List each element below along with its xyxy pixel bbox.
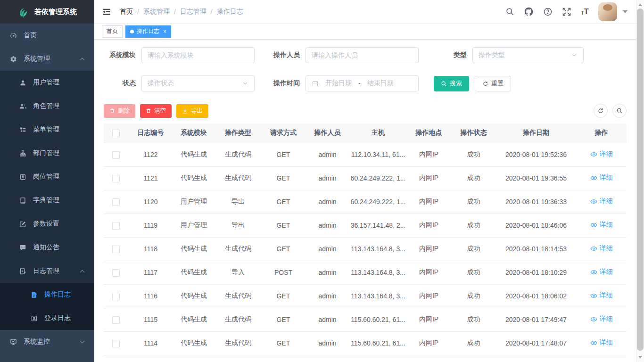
sidebar-item-system-monitor[interactable]: 系统监控 <box>0 330 94 354</box>
table-row: 1116 代码生成 生成代码 GET admin 113.143.164.8, … <box>104 284 627 308</box>
operation-log-icon <box>30 291 38 298</box>
row-checkbox[interactable] <box>112 246 120 253</box>
type-label: 类型 <box>450 51 467 59</box>
eye-icon <box>590 198 597 205</box>
sidebar-item-login-log[interactable]: 登录日志 <box>0 306 94 330</box>
date-range-picker[interactable]: 开始日期 - 结束日期 <box>305 75 419 91</box>
sidebar-item-operation-log[interactable]: 操作日志 <box>0 283 94 306</box>
row-checkbox[interactable] <box>112 316 120 324</box>
app-window: 若依管理系统 首页 系统管理 用户管理 <box>0 0 644 362</box>
sidebar-item-dict-mgmt[interactable]: 字典管理 <box>0 189 94 212</box>
search-button[interactable]: 搜索 <box>434 76 469 91</box>
eye-icon <box>590 245 597 252</box>
sidebar-item-home[interactable]: 首页 <box>0 24 94 47</box>
row-checkbox[interactable] <box>112 175 120 182</box>
app-logo: 若依管理系统 <box>0 0 94 24</box>
refresh-table-button[interactable] <box>594 104 608 118</box>
sidebar-item-log-mgmt[interactable]: 日志管理 <box>0 259 94 283</box>
type-select[interactable]: 操作类型 <box>472 47 584 63</box>
detail-link[interactable]: 详细 <box>590 338 613 347</box>
org-tree-icon <box>19 149 26 157</box>
export-button[interactable]: 导出 <box>176 104 208 118</box>
operator-label: 操作人员 <box>270 51 300 59</box>
github-icon[interactable] <box>524 7 534 16</box>
row-checkbox[interactable] <box>112 151 120 159</box>
table-header: 日志编号 系统模块 操作类型 请求方式 操作人员 主机 操作地点 操作状态 操作… <box>104 123 627 143</box>
toggle-search-button[interactable] <box>612 104 627 118</box>
status-select[interactable]: 操作状态 <box>141 75 255 91</box>
main-area: 首页 / 系统管理 / 日志管理 / 操作日志 <box>94 0 636 362</box>
col-module: 系统模块 <box>173 123 215 143</box>
operator-input[interactable] <box>305 47 419 63</box>
sidebar-toggle-icon[interactable] <box>102 7 111 16</box>
select-all-checkbox[interactable] <box>112 130 120 137</box>
sidebar-item-menu-mgmt[interactable]: 菜单管理 <box>0 118 94 141</box>
sidebar-item-dept-mgmt[interactable]: 部门管理 <box>0 141 94 165</box>
row-checkbox[interactable] <box>112 340 120 347</box>
app-title: 若依管理系统 <box>34 8 77 16</box>
font-size-icon[interactable]: TT <box>581 8 589 16</box>
table-row: 1120 用户管理 导出 GET admin 60.24.249.222, 1.… <box>104 190 627 214</box>
cell-method: POST <box>262 261 305 284</box>
refresh-icon <box>482 81 488 87</box>
table-row: 1115 代码生成 生成代码 GET admin 115.60.60.21, 6… <box>104 308 627 331</box>
page-scrollbar[interactable] <box>636 0 644 362</box>
col-host: 主机 <box>350 123 406 143</box>
sidebar-item-param-settings[interactable]: 参数设置 <box>0 212 94 236</box>
detail-link[interactable]: 详细 <box>590 173 613 182</box>
detail-link[interactable]: 详细 <box>590 150 613 158</box>
col-location: 操作地点 <box>406 123 451 143</box>
search-icon[interactable] <box>505 7 514 16</box>
caret-down-icon[interactable] <box>623 10 627 13</box>
scroll-up-icon[interactable] <box>638 3 642 6</box>
detail-link[interactable]: 详细 <box>590 197 613 206</box>
tab-close-icon[interactable]: × <box>163 28 166 35</box>
breadcrumb-operation-log: 操作日志 <box>217 8 243 16</box>
row-checkbox[interactable] <box>112 198 120 206</box>
cell-status: 成功 <box>451 214 496 237</box>
cell-status: 成功 <box>451 143 496 166</box>
help-icon[interactable] <box>543 7 553 16</box>
calendar-icon <box>312 80 319 87</box>
breadcrumb-home[interactable]: 首页 <box>120 8 133 16</box>
scroll-down-icon[interactable] <box>638 356 642 359</box>
sidebar-item-notice[interactable]: 通知公告 <box>0 236 94 259</box>
row-checkbox[interactable] <box>112 269 120 277</box>
chevron-icon <box>80 58 85 62</box>
tab-home[interactable]: 首页 <box>102 25 123 38</box>
tab-operation-log[interactable]: 操作日志 × <box>125 25 171 38</box>
sidebar-item-post-mgmt[interactable]: 岗位管理 <box>0 165 94 189</box>
sidebar-item-system-mgmt[interactable]: 系统管理 <box>0 47 94 71</box>
cell-status: 成功 <box>451 308 496 331</box>
module-input[interactable] <box>141 47 255 63</box>
detail-link[interactable]: 详细 <box>590 291 613 300</box>
download-icon <box>182 108 188 114</box>
cell-date: 2020-08-01 18:06:02 <box>496 284 576 308</box>
filter-row-2: 状态 操作状态 操作时间 开始日期 - 结束日期 <box>104 75 627 91</box>
leaf-logo-icon <box>17 6 30 18</box>
reset-button[interactable]: 重置 <box>475 76 511 91</box>
gear-icon <box>9 55 17 63</box>
chevron-icon <box>80 338 85 343</box>
cell-type: 生成代码 <box>215 308 262 331</box>
delete-button[interactable]: 删除 <box>104 104 135 118</box>
detail-link[interactable]: 详细 <box>590 221 613 229</box>
row-checkbox[interactable] <box>112 222 120 230</box>
cell-type: 生成代码 <box>215 284 262 308</box>
avatar[interactable] <box>598 2 617 21</box>
clear-button[interactable]: 清空 <box>140 104 172 118</box>
sidebar-item-role-mgmt[interactable]: 角色管理 <box>0 94 94 118</box>
col-date: 操作日期 <box>496 123 576 143</box>
sidebar-item-user-mgmt[interactable]: 用户管理 <box>0 71 94 94</box>
fullscreen-icon[interactable] <box>562 7 571 16</box>
scrollbar-thumb[interactable] <box>637 8 644 351</box>
cell-method: GET <box>262 237 305 261</box>
cell-location: 内网IP <box>406 308 451 331</box>
row-checkbox[interactable] <box>112 293 120 300</box>
sidebar: 若依管理系统 首页 系统管理 用户管理 <box>0 0 94 362</box>
detail-link[interactable]: 详细 <box>590 268 613 276</box>
detail-link[interactable]: 详细 <box>590 244 613 253</box>
detail-link[interactable]: 详细 <box>590 315 613 323</box>
cell-location: 内网IP <box>406 214 451 237</box>
cell-host: 60.24.249.222, 1... <box>350 190 406 214</box>
